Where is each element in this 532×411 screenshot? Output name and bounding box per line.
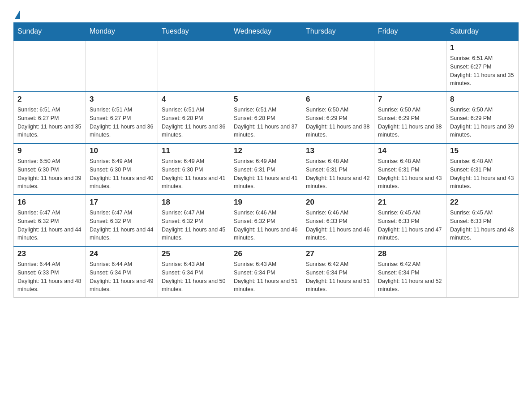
- day-info: Sunrise: 6:45 AMSunset: 6:33 PMDaylight:…: [450, 209, 515, 242]
- day-number: 4: [162, 95, 226, 104]
- day-of-week-header: Thursday: [302, 23, 374, 41]
- day-info: Sunrise: 6:46 AMSunset: 6:33 PMDaylight:…: [306, 209, 370, 242]
- calendar-cell: 13Sunrise: 6:48 AMSunset: 6:31 PMDayligh…: [302, 143, 374, 195]
- day-info: Sunrise: 6:47 AMSunset: 6:32 PMDaylight:…: [17, 209, 82, 242]
- day-number: 27: [306, 249, 370, 258]
- day-number: 10: [90, 146, 154, 155]
- day-number: 17: [90, 198, 154, 207]
- day-info: Sunrise: 6:44 AMSunset: 6:33 PMDaylight:…: [17, 260, 82, 294]
- day-number: 20: [306, 198, 370, 207]
- calendar-cell: 2Sunrise: 6:51 AMSunset: 6:27 PMDaylight…: [14, 92, 86, 143]
- day-of-week-header: Sunday: [14, 23, 86, 41]
- calendar-cell: 22Sunrise: 6:45 AMSunset: 6:33 PMDayligh…: [446, 195, 519, 246]
- day-info: Sunrise: 6:51 AMSunset: 6:28 PMDaylight:…: [162, 106, 226, 139]
- day-info: Sunrise: 6:46 AMSunset: 6:32 PMDaylight:…: [234, 209, 298, 242]
- day-of-week-header: Wednesday: [230, 23, 302, 41]
- calendar-cell: 7Sunrise: 6:50 AMSunset: 6:29 PMDaylight…: [374, 92, 446, 143]
- day-info: Sunrise: 6:48 AMSunset: 6:31 PMDaylight:…: [450, 157, 515, 191]
- calendar-cell: 9Sunrise: 6:50 AMSunset: 6:30 PMDaylight…: [14, 143, 86, 195]
- calendar-cell: 19Sunrise: 6:46 AMSunset: 6:32 PMDayligh…: [230, 195, 302, 246]
- day-number: 28: [378, 249, 442, 258]
- calendar-week-row: 9Sunrise: 6:50 AMSunset: 6:30 PMDaylight…: [14, 143, 519, 195]
- day-number: 25: [162, 249, 226, 258]
- day-number: 18: [162, 198, 226, 207]
- day-info: Sunrise: 6:51 AMSunset: 6:27 PMDaylight:…: [90, 106, 154, 139]
- calendar-cell: 8Sunrise: 6:50 AMSunset: 6:29 PMDaylight…: [446, 92, 519, 143]
- day-info: Sunrise: 6:51 AMSunset: 6:27 PMDaylight:…: [450, 54, 515, 88]
- calendar-cell: 26Sunrise: 6:43 AMSunset: 6:34 PMDayligh…: [230, 246, 302, 298]
- calendar-cell: 25Sunrise: 6:43 AMSunset: 6:34 PMDayligh…: [158, 246, 230, 298]
- day-number: 13: [306, 146, 370, 155]
- day-number: 12: [234, 146, 298, 155]
- day-number: 14: [378, 146, 442, 155]
- calendar-cell: 24Sunrise: 6:44 AMSunset: 6:34 PMDayligh…: [86, 246, 158, 298]
- calendar-cell: [86, 40, 158, 92]
- calendar-cell: 3Sunrise: 6:51 AMSunset: 6:27 PMDaylight…: [86, 92, 158, 143]
- calendar-cell: 10Sunrise: 6:49 AMSunset: 6:30 PMDayligh…: [86, 143, 158, 195]
- calendar-cell: [230, 40, 302, 92]
- day-info: Sunrise: 6:50 AMSunset: 6:30 PMDaylight:…: [17, 157, 82, 191]
- day-number: 5: [234, 95, 298, 104]
- day-number: 15: [450, 146, 515, 155]
- calendar-cell: 6Sunrise: 6:50 AMSunset: 6:29 PMDaylight…: [302, 92, 374, 143]
- day-info: Sunrise: 6:44 AMSunset: 6:34 PMDaylight:…: [90, 260, 154, 294]
- calendar-cell: 4Sunrise: 6:51 AMSunset: 6:28 PMDaylight…: [158, 92, 230, 143]
- day-info: Sunrise: 6:47 AMSunset: 6:32 PMDaylight:…: [90, 209, 154, 242]
- calendar-cell: 21Sunrise: 6:45 AMSunset: 6:33 PMDayligh…: [374, 195, 446, 246]
- day-info: Sunrise: 6:43 AMSunset: 6:34 PMDaylight:…: [234, 260, 298, 294]
- day-number: 24: [90, 249, 154, 258]
- calendar-week-row: 16Sunrise: 6:47 AMSunset: 6:32 PMDayligh…: [14, 195, 519, 246]
- calendar-week-row: 1Sunrise: 6:51 AMSunset: 6:27 PMDaylight…: [14, 40, 519, 92]
- day-number: 16: [17, 198, 82, 207]
- calendar-cell: 5Sunrise: 6:51 AMSunset: 6:28 PMDaylight…: [230, 92, 302, 143]
- calendar-cell: [158, 40, 230, 92]
- calendar-cell: 27Sunrise: 6:42 AMSunset: 6:34 PMDayligh…: [302, 246, 374, 298]
- day-of-week-header: Friday: [374, 23, 446, 41]
- calendar-week-row: 2Sunrise: 6:51 AMSunset: 6:27 PMDaylight…: [14, 92, 519, 143]
- day-info: Sunrise: 6:50 AMSunset: 6:29 PMDaylight:…: [450, 106, 515, 139]
- day-info: Sunrise: 6:47 AMSunset: 6:32 PMDaylight:…: [162, 209, 226, 242]
- day-number: 21: [378, 198, 442, 207]
- day-of-week-header: Tuesday: [158, 23, 230, 41]
- day-number: 19: [234, 198, 298, 207]
- day-info: Sunrise: 6:50 AMSunset: 6:29 PMDaylight:…: [306, 106, 370, 139]
- day-number: 3: [90, 95, 154, 104]
- day-info: Sunrise: 6:50 AMSunset: 6:29 PMDaylight:…: [378, 106, 442, 139]
- day-number: 26: [234, 249, 298, 258]
- day-number: 2: [17, 95, 82, 104]
- day-info: Sunrise: 6:45 AMSunset: 6:33 PMDaylight:…: [378, 209, 442, 242]
- calendar-cell: 12Sunrise: 6:49 AMSunset: 6:31 PMDayligh…: [230, 143, 302, 195]
- calendar-cell: 28Sunrise: 6:42 AMSunset: 6:34 PMDayligh…: [374, 246, 446, 298]
- calendar-cell: [14, 40, 86, 92]
- calendar-header-row: SundayMondayTuesdayWednesdayThursdayFrid…: [14, 23, 519, 41]
- day-info: Sunrise: 6:42 AMSunset: 6:34 PMDaylight:…: [378, 260, 442, 294]
- day-of-week-header: Saturday: [446, 23, 519, 41]
- calendar-cell: 1Sunrise: 6:51 AMSunset: 6:27 PMDaylight…: [446, 40, 519, 92]
- calendar-cell: 16Sunrise: 6:47 AMSunset: 6:32 PMDayligh…: [14, 195, 86, 246]
- day-number: 7: [378, 95, 442, 104]
- day-info: Sunrise: 6:49 AMSunset: 6:31 PMDaylight:…: [234, 157, 298, 191]
- day-info: Sunrise: 6:48 AMSunset: 6:31 PMDaylight:…: [306, 157, 370, 191]
- calendar-cell: 17Sunrise: 6:47 AMSunset: 6:32 PMDayligh…: [86, 195, 158, 246]
- day-number: 11: [162, 146, 226, 155]
- calendar-week-row: 23Sunrise: 6:44 AMSunset: 6:33 PMDayligh…: [14, 246, 519, 298]
- day-number: 22: [450, 198, 515, 207]
- day-info: Sunrise: 6:51 AMSunset: 6:28 PMDaylight:…: [234, 106, 298, 139]
- page-header: [13, 9, 519, 18]
- calendar-cell: [302, 40, 374, 92]
- day-number: 23: [17, 249, 82, 258]
- day-info: Sunrise: 6:48 AMSunset: 6:31 PMDaylight:…: [378, 157, 442, 191]
- calendar-table: SundayMondayTuesdayWednesdayThursdayFrid…: [13, 22, 519, 298]
- logo-triangle-icon: [15, 10, 20, 19]
- calendar-cell: 15Sunrise: 6:48 AMSunset: 6:31 PMDayligh…: [446, 143, 519, 195]
- calendar-cell: [374, 40, 446, 92]
- logo: [13, 9, 20, 18]
- day-number: 1: [450, 43, 515, 52]
- day-of-week-header: Monday: [86, 23, 158, 41]
- logo-top: [13, 9, 20, 19]
- day-info: Sunrise: 6:49 AMSunset: 6:30 PMDaylight:…: [162, 157, 226, 191]
- day-info: Sunrise: 6:42 AMSunset: 6:34 PMDaylight:…: [306, 260, 370, 294]
- day-number: 9: [17, 146, 82, 155]
- calendar-cell: 18Sunrise: 6:47 AMSunset: 6:32 PMDayligh…: [158, 195, 230, 246]
- calendar-cell: 11Sunrise: 6:49 AMSunset: 6:30 PMDayligh…: [158, 143, 230, 195]
